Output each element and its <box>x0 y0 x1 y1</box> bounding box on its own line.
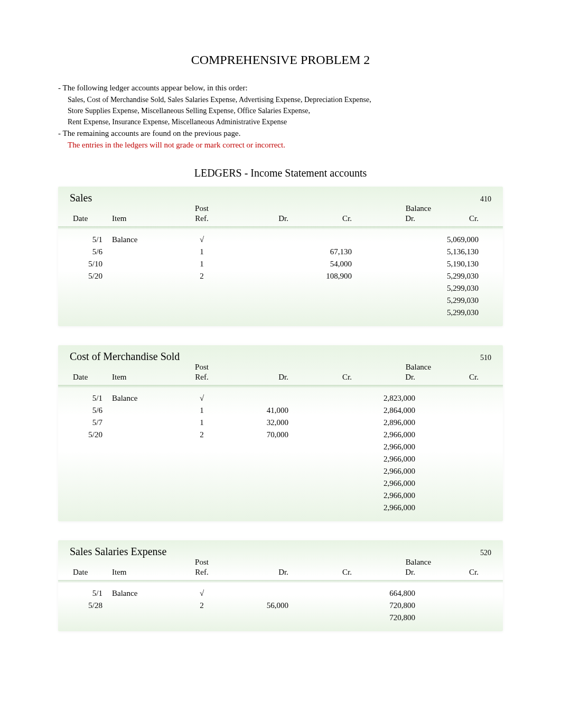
cell-cr <box>292 467 355 476</box>
ledger-name: Sales Salaries Expense <box>70 546 166 558</box>
cell-date: 5/10 <box>70 260 112 269</box>
cell-bal-cr <box>418 430 482 439</box>
cell-item <box>112 284 175 293</box>
cell-bal-dr <box>355 296 418 305</box>
col-cr: Cr. <box>292 214 355 223</box>
ledger-number: 510 <box>480 354 491 362</box>
cell-ref: √ <box>175 394 228 403</box>
cell-bal-cr <box>418 601 482 610</box>
ledger-row: 5/1Balance√664,800 <box>70 587 491 600</box>
ledger-row: 5/20270,0002,966,000 <box>70 429 491 441</box>
cell-bal-cr <box>418 479 482 488</box>
cell-cr <box>292 503 355 512</box>
ledger-row: 2,966,000 <box>70 465 491 477</box>
cell-bal-cr <box>418 589 482 598</box>
cell-bal-cr: 5,299,030 <box>418 284 482 293</box>
cell-item <box>112 601 175 610</box>
cell-ref <box>175 491 228 500</box>
cell-bal-dr: 2,823,000 <box>355 394 418 403</box>
cell-date <box>70 455 112 464</box>
cell-ref <box>175 467 228 476</box>
cell-bal-cr <box>418 491 482 500</box>
intro-bullet-2: - The remaining accounts are found on th… <box>58 127 503 140</box>
cell-cr <box>292 443 355 451</box>
cell-bal-dr <box>355 247 418 256</box>
cell-bal-dr <box>355 284 418 293</box>
cell-item: Balance <box>112 235 175 244</box>
cell-cr <box>292 296 355 305</box>
cell-bal-cr <box>418 443 482 451</box>
cell-dr <box>228 272 292 281</box>
cell-date <box>70 467 112 476</box>
cell-bal-dr: 2,966,000 <box>355 491 418 500</box>
cell-dr <box>228 503 292 512</box>
cell-bal-cr <box>418 613 482 622</box>
cell-cr: 67,130 <box>292 247 355 256</box>
cell-ref <box>175 613 228 622</box>
intro-sub-3: Rent Expense, Insurance Expense, Miscell… <box>68 116 503 127</box>
col-bal-cr: Cr. <box>418 214 482 223</box>
col-balance: Balance <box>355 558 482 567</box>
ledger-row: 2,966,000 <box>70 441 491 453</box>
ledger-row: 5/7132,0002,896,000 <box>70 417 491 429</box>
cell-bal-dr: 2,966,000 <box>355 455 418 464</box>
intro-redline: The entries in the ledgers will not grad… <box>68 139 503 151</box>
column-header: DateItemRef.Dr.Cr.Dr.Cr. <box>70 213 491 226</box>
ledger-row: 2,966,000 <box>70 502 491 514</box>
column-header: DateItemRef.Dr.Cr.Dr.Cr. <box>70 372 491 385</box>
cell-bal-cr: 5,299,030 <box>418 296 482 305</box>
cell-dr <box>228 467 292 476</box>
cell-ref: 2 <box>175 601 228 610</box>
cell-cr <box>292 491 355 500</box>
cell-date <box>70 296 112 305</box>
ledger-number: 520 <box>480 549 491 557</box>
cell-dr <box>228 479 292 488</box>
col-cr: Cr. <box>292 373 355 382</box>
cell-dr: 56,000 <box>228 601 292 610</box>
cell-dr <box>228 613 292 622</box>
cell-bal-dr <box>355 308 418 317</box>
cell-dr <box>228 455 292 464</box>
cell-item <box>112 406 175 415</box>
cell-ref: 2 <box>175 430 228 439</box>
ledger-row: 5/6141,0002,864,000 <box>70 404 491 417</box>
cell-dr <box>228 443 292 451</box>
cell-date <box>70 443 112 451</box>
col-ref: Ref. <box>175 214 228 223</box>
page-title: COMPREHENSIVE PROBLEM 2 <box>58 53 503 67</box>
ledger-510: Cost of Merchandise Sold510PostBalanceDa… <box>58 345 503 521</box>
cell-dr: 32,000 <box>228 418 292 427</box>
cell-item <box>112 418 175 427</box>
cell-item <box>112 272 175 281</box>
cell-bal-dr: 664,800 <box>355 589 418 598</box>
cell-cr <box>292 284 355 293</box>
cell-item <box>112 455 175 464</box>
cell-bal-dr <box>355 272 418 281</box>
ledger-row: 5/10154,0005,190,130 <box>70 258 491 270</box>
cell-date: 5/1 <box>70 589 112 598</box>
cell-ref <box>175 296 228 305</box>
ledger-row: 5/28256,000720,800 <box>70 600 491 612</box>
ledger-410: Sales410PostBalanceDateItemRef.Dr.Cr.Dr.… <box>58 187 503 326</box>
cell-item <box>112 491 175 500</box>
cell-date: 5/1 <box>70 394 112 403</box>
cell-ref <box>175 443 228 451</box>
cell-bal-dr: 720,800 <box>355 613 418 622</box>
cell-ref: 1 <box>175 406 228 415</box>
cell-ref <box>175 503 228 512</box>
cell-bal-dr: 2,966,000 <box>355 479 418 488</box>
intro-sub-2: Store Supplies Expense, Miscellaneous Se… <box>68 105 503 116</box>
cell-bal-dr: 2,966,000 <box>355 430 418 439</box>
col-ref: Ref. <box>175 568 228 577</box>
cell-item <box>112 430 175 439</box>
cell-bal-dr: 2,966,000 <box>355 503 418 512</box>
cell-ref: 1 <box>175 247 228 256</box>
col-dr: Dr. <box>228 214 292 223</box>
cell-cr <box>292 613 355 622</box>
cell-bal-cr: 5,299,030 <box>418 272 482 281</box>
cell-date <box>70 503 112 512</box>
cell-ref <box>175 479 228 488</box>
col-bal-dr: Dr. <box>355 214 418 223</box>
cell-cr: 108,900 <box>292 272 355 281</box>
ledger-number: 410 <box>480 195 491 204</box>
